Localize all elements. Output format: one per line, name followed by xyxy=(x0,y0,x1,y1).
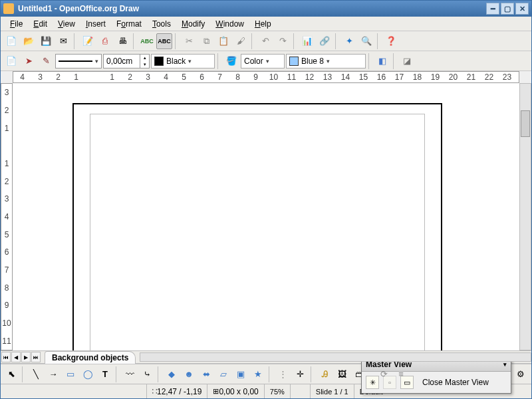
menu-edit[interactable]: Edit xyxy=(28,18,53,30)
separator xyxy=(393,53,396,69)
separator xyxy=(311,366,314,382)
block-arrows-icon[interactable]: ⬌ xyxy=(198,366,214,382)
menu-help[interactable]: Help xyxy=(249,18,277,30)
blue-swatch xyxy=(289,57,299,66)
page xyxy=(72,103,442,350)
fill-color-combo[interactable]: Blue 8▾ xyxy=(286,54,366,68)
edit-properties-icon[interactable]: 📄 xyxy=(3,53,19,69)
separator xyxy=(175,33,178,49)
horizontal-scrollbar[interactable] xyxy=(140,352,531,362)
format-paintbrush-icon[interactable]: 🖌 xyxy=(233,33,249,49)
edit-points-icon[interactable]: ⋮ xyxy=(275,366,291,382)
edit-file-icon[interactable]: 📝 xyxy=(80,33,96,49)
separator xyxy=(335,33,338,49)
minimize-button[interactable]: ━ xyxy=(486,3,499,15)
separator xyxy=(368,53,372,69)
app-icon xyxy=(3,3,14,14)
line-end-icon[interactable]: ✎ xyxy=(38,53,54,69)
menu-insert[interactable]: Insert xyxy=(80,18,111,30)
insert-image-icon[interactable]: 🖼 xyxy=(334,366,350,382)
tab-last-icon[interactable]: ⏭ xyxy=(31,352,41,362)
rectangle-tool-icon[interactable]: ▭ xyxy=(63,366,78,382)
connector-tool-icon[interactable]: ⤷ xyxy=(139,366,155,382)
select-tool-icon[interactable]: ⬉ xyxy=(3,366,19,382)
flowchart-icon[interactable]: ▱ xyxy=(215,366,231,382)
slide-tab[interactable]: Background objects xyxy=(45,351,136,364)
maximize-button[interactable]: ▢ xyxy=(501,3,514,15)
status-zoom[interactable]: 75% xyxy=(265,384,291,398)
paste-icon[interactable]: 📋 xyxy=(215,33,231,49)
separator xyxy=(217,53,221,69)
scroll-thumb[interactable] xyxy=(521,110,530,137)
close-master-view-button[interactable]: Close Master View xyxy=(418,376,493,389)
titlebar: Untitled1 - OpenOffice.org Draw ━ ▢ ✕ xyxy=(1,1,531,17)
menu-view[interactable]: View xyxy=(53,18,80,30)
horizontal-ruler[interactable]: 4321123456789101112131415161718192021222… xyxy=(13,71,519,83)
shadow-icon[interactable]: ◧ xyxy=(374,53,390,69)
standard-toolbar: 📄 📂 💾 ✉ 📝 ⎙ 🖶 ABC ABC ✂ ⧉ 📋 🖌 ↶ ↷ 📊 🔗 ✦ … xyxy=(1,31,531,51)
separator xyxy=(269,366,272,382)
area-fill-icon[interactable]: 🪣 xyxy=(223,53,239,69)
symbol-shapes-icon[interactable]: ☻ xyxy=(181,366,197,382)
undo-icon[interactable]: ↶ xyxy=(257,33,273,49)
copy-icon[interactable]: ⧉ xyxy=(198,33,214,49)
separator xyxy=(116,366,119,382)
status-modified xyxy=(291,384,311,398)
separator xyxy=(293,33,297,49)
panel-menu-icon[interactable]: ▾ xyxy=(503,361,507,368)
callouts-icon[interactable]: ▣ xyxy=(233,366,249,382)
separator xyxy=(377,33,380,49)
print-icon[interactable]: 🖶 xyxy=(114,33,130,49)
text-tool-icon[interactable]: T xyxy=(97,366,113,382)
tab-next-icon[interactable]: ▶ xyxy=(21,352,31,362)
menu-modify[interactable]: Modify xyxy=(176,18,210,30)
curve-tool-icon[interactable]: 〰 xyxy=(122,366,138,382)
menu-window[interactable]: Window xyxy=(210,18,249,30)
cut-icon[interactable]: ✂ xyxy=(181,33,197,49)
line-style-combo[interactable]: ▾ xyxy=(55,54,102,68)
spellcheck-icon[interactable]: ABC xyxy=(139,33,155,49)
arrow-line-icon[interactable]: → xyxy=(45,366,61,382)
basic-shapes-icon[interactable]: ◆ xyxy=(164,366,180,382)
zoom-icon[interactable]: 🔍 xyxy=(358,33,374,49)
interaction-icon[interactable]: ⚙ xyxy=(513,366,529,382)
menu-format[interactable]: Format xyxy=(111,18,147,30)
align-icon[interactable]: ≡ xyxy=(393,366,409,382)
open-icon[interactable]: 📂 xyxy=(21,33,37,49)
gluepoints-icon[interactable]: ✛ xyxy=(292,366,308,382)
hyperlink-icon[interactable]: 🔗 xyxy=(317,33,332,49)
stars-icon[interactable]: ★ xyxy=(250,366,266,382)
line-tool-icon[interactable]: ╲ xyxy=(28,366,44,382)
export-pdf-icon[interactable]: ⎙ xyxy=(97,33,113,49)
chart-icon[interactable]: 📊 xyxy=(299,33,315,49)
save-icon[interactable]: 💾 xyxy=(38,33,54,49)
vertical-ruler[interactable]: 3211234567891011 xyxy=(1,83,13,350)
status-position: ⸬ 12,47 / -1,19 xyxy=(147,384,207,398)
line-width-spinner[interactable]: 0,00cm▴▾ xyxy=(103,54,150,68)
menu-tools[interactable]: Tools xyxy=(147,18,176,30)
redo-icon[interactable]: ↷ xyxy=(275,33,291,49)
ellipse-tool-icon[interactable]: ◯ xyxy=(80,366,96,382)
vertical-scrollbar[interactable] xyxy=(519,83,531,350)
menubar: File Edit View Insert Format Tools Modif… xyxy=(1,17,531,31)
tab-prev-icon[interactable]: ◀ xyxy=(11,352,21,362)
extrusion-icon[interactable]: ◪ xyxy=(399,53,415,69)
separator xyxy=(133,33,136,49)
window-title: Untitled1 - OpenOffice.org Draw xyxy=(18,4,485,13)
autospell-icon[interactable]: ABC xyxy=(156,33,172,49)
navigator-icon[interactable]: ✦ xyxy=(341,33,357,49)
separator xyxy=(158,366,161,382)
drawing-canvas[interactable] xyxy=(13,83,519,350)
fill-mode-combo[interactable]: Color▾ xyxy=(241,54,285,68)
tab-first-icon[interactable]: ⏮ xyxy=(1,352,11,362)
new-doc-icon[interactable]: 📄 xyxy=(3,33,19,49)
fontwork-icon[interactable]: Ꭿ xyxy=(317,366,332,382)
email-icon[interactable]: ✉ xyxy=(55,33,71,49)
arrow-style-icon[interactable]: ➤ xyxy=(21,53,37,69)
rotate-icon[interactable]: ⟳ xyxy=(376,366,392,382)
line-color-combo[interactable]: Black▾ xyxy=(151,54,215,68)
close-button[interactable]: ✕ xyxy=(515,3,529,15)
menu-file[interactable]: File xyxy=(5,18,28,30)
help-icon[interactable]: ❓ xyxy=(383,33,399,49)
status-message xyxy=(1,384,147,398)
